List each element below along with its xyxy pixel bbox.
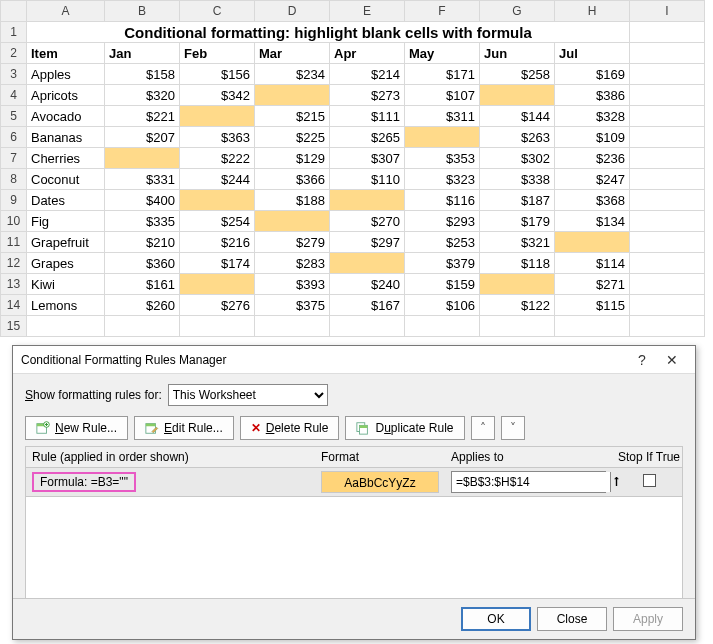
col-header[interactable]: C [180,1,255,22]
cell[interactable]: $161 [105,274,180,295]
delete-rule-button[interactable]: ✕ Delete Rule [240,416,340,440]
cell[interactable]: Grapefruit [27,232,105,253]
cell[interactable] [480,274,555,295]
cell[interactable]: $110 [330,169,405,190]
cell[interactable]: $240 [330,274,405,295]
cell[interactable] [180,190,255,211]
row-header[interactable]: 6 [1,127,27,148]
cell[interactable]: $265 [330,127,405,148]
row-header[interactable]: 9 [1,190,27,211]
cell[interactable] [180,274,255,295]
cell[interactable]: $254 [180,211,255,232]
cell[interactable]: Lemons [27,295,105,316]
cell[interactable] [630,190,705,211]
col-header[interactable]: A [27,1,105,22]
cell[interactable]: Grapes [27,253,105,274]
cell[interactable]: $263 [480,127,555,148]
row-header[interactable]: 11 [1,232,27,253]
close-icon[interactable]: ✕ [657,352,687,368]
cell[interactable] [27,316,105,337]
cell[interactable]: $400 [105,190,180,211]
cell[interactable] [255,316,330,337]
cell[interactable]: $179 [480,211,555,232]
cell[interactable]: $210 [105,232,180,253]
col-header[interactable]: E [330,1,405,22]
cell[interactable]: $221 [105,106,180,127]
cell[interactable] [630,106,705,127]
cell[interactable] [630,253,705,274]
cell[interactable]: $225 [255,127,330,148]
cell[interactable]: Apricots [27,85,105,106]
cell[interactable] [630,169,705,190]
cell[interactable]: $283 [255,253,330,274]
cell[interactable]: $106 [405,295,480,316]
cell[interactable]: $247 [555,169,630,190]
edit-rule-button[interactable]: Edit Rule... [134,416,234,440]
cell[interactable] [630,148,705,169]
cell[interactable]: $134 [555,211,630,232]
cell[interactable]: $158 [105,64,180,85]
cell[interactable]: $273 [330,85,405,106]
cell[interactable]: $216 [180,232,255,253]
cell[interactable]: $188 [255,190,330,211]
cell[interactable]: Mar [255,43,330,64]
cell[interactable]: $244 [180,169,255,190]
col-header[interactable]: H [555,1,630,22]
cell[interactable]: Avocado [27,106,105,127]
cell[interactable]: $258 [480,64,555,85]
cell[interactable]: $253 [405,232,480,253]
cell[interactable]: Coconut [27,169,105,190]
scope-select[interactable]: This Worksheet [168,384,328,406]
cell[interactable]: $328 [555,106,630,127]
row-header[interactable]: 15 [1,316,27,337]
cell[interactable]: $214 [330,64,405,85]
cell[interactable] [630,295,705,316]
cell[interactable]: $156 [180,64,255,85]
cell[interactable]: $115 [555,295,630,316]
cell[interactable]: $368 [555,190,630,211]
cell[interactable]: $276 [180,295,255,316]
cell[interactable] [105,148,180,169]
cell[interactable] [405,316,480,337]
cell[interactable] [630,274,705,295]
cell[interactable]: Bananas [27,127,105,148]
sheet-title[interactable]: Conditional formatting: highlight blank … [27,22,630,43]
cell[interactable]: $109 [555,127,630,148]
col-header[interactable]: I [630,1,705,22]
cell[interactable]: Apr [330,43,405,64]
apply-button[interactable]: Apply [613,607,683,631]
cell[interactable]: $338 [480,169,555,190]
cell[interactable] [180,316,255,337]
cell[interactable]: $293 [405,211,480,232]
move-up-button[interactable]: ˄ [471,416,495,440]
cell[interactable]: $321 [480,232,555,253]
duplicate-rule-button[interactable]: Duplicate Rule [345,416,464,440]
cell[interactable] [630,64,705,85]
cell[interactable]: $174 [180,253,255,274]
cell[interactable]: $311 [405,106,480,127]
cell[interactable]: $118 [480,253,555,274]
row-header[interactable]: 8 [1,169,27,190]
cell[interactable]: Dates [27,190,105,211]
cell[interactable]: Kiwi [27,274,105,295]
cell[interactable] [630,22,705,43]
cell[interactable]: $187 [480,190,555,211]
cell[interactable] [480,85,555,106]
select-all-corner[interactable] [1,1,27,22]
cell[interactable]: Jun [480,43,555,64]
cell[interactable]: $331 [105,169,180,190]
cell[interactable]: $386 [555,85,630,106]
cell[interactable]: $215 [255,106,330,127]
cell[interactable]: $207 [105,127,180,148]
cell[interactable]: $335 [105,211,180,232]
cell[interactable] [180,106,255,127]
row-header[interactable]: 13 [1,274,27,295]
row-header[interactable]: 2 [1,43,27,64]
cell[interactable]: Jul [555,43,630,64]
cell[interactable]: $129 [255,148,330,169]
col-header[interactable]: G [480,1,555,22]
cell[interactable]: $353 [405,148,480,169]
cell[interactable] [630,316,705,337]
cell[interactable]: $342 [180,85,255,106]
move-down-button[interactable]: ˅ [501,416,525,440]
